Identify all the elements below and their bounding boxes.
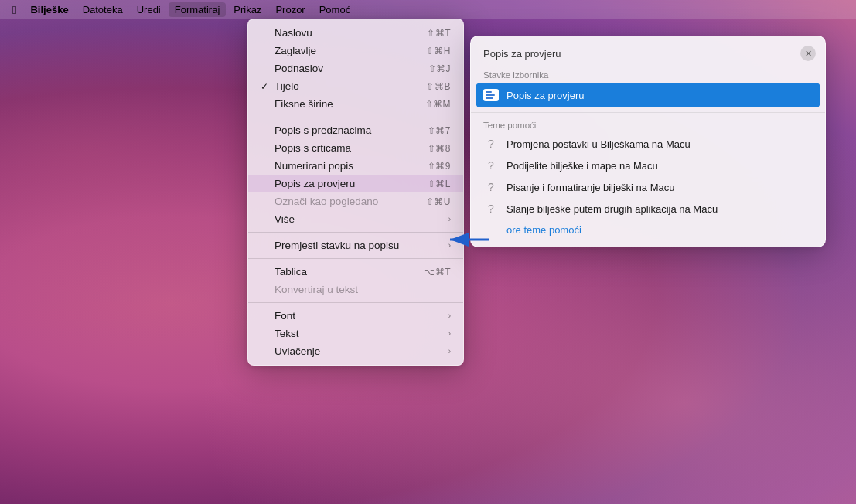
menu-item-numerirani[interactable]: Numerirani popis ⇧⌘9 — [248, 157, 463, 175]
help-search-title: Popis za provjeru — [483, 48, 561, 60]
menu-item-zaglavlje[interactable]: Zaglavlje ⇧⌘H — [248, 42, 463, 60]
menu-item-pogledano: Označi kao pogledano ⇧⌘U — [248, 192, 463, 210]
checkmark-zaglavlje — [261, 46, 271, 56]
menu-item-provjera[interactable]: Popis za provjeru ⇧⌘L — [248, 175, 463, 192]
help-panel-header: Popis za provjeru ✕ — [471, 46, 825, 67]
menubar-pomoc[interactable]: Pomoć — [313, 2, 356, 17]
menu-item-tijelo[interactable]: ✓ Tijelo ⇧⌘B — [248, 77, 463, 95]
menubar-prikaz[interactable]: Prikaz — [227, 2, 268, 17]
menu-item-podnaslov[interactable]: Podnaslov ⇧⌘J — [248, 60, 463, 77]
help-topic-1[interactable]: ? Promjena postavki u Bilješkama na Macu — [471, 133, 825, 155]
chevron-font: › — [448, 312, 451, 320]
menu-item-font[interactable]: Font › — [248, 307, 463, 325]
help-topic-3[interactable]: ? Pisanje i formatiranje bilješki na Mac… — [471, 176, 825, 198]
help-topic-more[interactable]: ore teme pomoći — [471, 220, 825, 240]
menubar-prozor[interactable]: Prozor — [269, 2, 311, 17]
menubar:  Bilješke Datoteka Uredi Formatiraj Pri… — [0, 0, 856, 19]
help-topic-icon-2: ? — [483, 159, 499, 172]
help-topics-separator — [471, 112, 825, 113]
checkmark-font — [261, 311, 271, 322]
menu-item-fiksne[interactable]: Fiksne širine ⇧⌘M — [248, 95, 463, 113]
checkmark-vise — [261, 214, 271, 225]
separator-3 — [248, 258, 463, 259]
apple-menu[interactable]:  — [6, 2, 22, 18]
help-panel: Popis za provjeru ✕ Stavke izbornika Pop… — [470, 36, 826, 247]
arrow-indicator — [446, 228, 493, 254]
checkmark-tekst — [261, 329, 271, 339]
checkmark-tijelo: ✓ — [261, 81, 271, 92]
help-topic-4-label: Slanje bilješke putem drugih aplikacija … — [506, 203, 718, 215]
menu-item-tablica[interactable]: Tablica ⌥⌘T — [248, 263, 463, 281]
separator-2 — [248, 232, 463, 233]
help-topic-1-label: Promjena postavki u Bilješkama na Macu — [506, 138, 691, 150]
help-topic-more-label: ore teme pomoći — [506, 224, 581, 236]
help-topic-icon-1: ? — [483, 138, 499, 150]
help-topic-icon-3: ? — [483, 181, 499, 193]
chevron-vise: › — [448, 215, 451, 223]
help-result-checklist[interactable]: Popis za provjeru — [476, 83, 820, 107]
checkmark-premjesti — [261, 240, 271, 251]
menu-item-crtice[interactable]: Popis s crticama ⇧⌘8 — [248, 139, 463, 157]
checkmark-uvlacenje — [261, 346, 271, 357]
separator-4 — [248, 302, 463, 303]
chevron-tekst: › — [448, 329, 451, 338]
menubar-biljeske[interactable]: Bilješke — [24, 2, 74, 17]
checkmark-provjera — [261, 179, 271, 189]
menu-item-premjesti[interactable]: Premjesti stavku na popisu › — [248, 237, 463, 254]
help-close-button[interactable]: ✕ — [800, 46, 816, 61]
help-topic-2[interactable]: ? Podijelite bilješke i mape na Macu — [471, 155, 825, 176]
help-topic-4[interactable]: ? Slanje bilješke putem drugih aplikacij… — [471, 198, 825, 220]
checkmark-tablica — [261, 267, 271, 278]
checkmark-predznaci — [261, 125, 271, 136]
checkmark-podnaslov — [261, 63, 271, 74]
help-topic-2-label: Podijelite bilješke i mape na Macu — [506, 160, 658, 172]
menu-item-konvertiraj: Konvertiraj u tekst — [248, 281, 463, 298]
checkmark-fiksne — [261, 99, 271, 110]
menu-item-naslovu[interactable]: Naslovu ⇧⌘T — [248, 24, 463, 42]
menu-item-tekst[interactable]: Tekst › — [248, 325, 463, 342]
help-topic-icon-4: ? — [483, 203, 499, 215]
checkmark-crtice — [261, 143, 271, 154]
checkmark-numerirani — [261, 161, 271, 172]
menubar-formatiraj[interactable]: Formatiraj — [169, 2, 227, 17]
menubar-uredi[interactable]: Uredi — [131, 2, 167, 17]
help-section-topics-label: Teme pomoći — [471, 117, 825, 133]
separator-1 — [248, 117, 463, 117]
menubar-datoteka[interactable]: Datoteka — [77, 2, 129, 17]
menu-item-predznaci[interactable]: Popis s predznacima ⇧⌘7 — [248, 121, 463, 139]
format-dropdown-menu: Naslovu ⇧⌘T Zaglavlje ⇧⌘H Podnaslov ⇧⌘J … — [247, 19, 464, 366]
menu-item-uvlacenje[interactable]: Uvlačenje › — [248, 342, 463, 360]
help-section-menu-items: Stavke izbornika — [471, 67, 825, 83]
help-topic-3-label: Pisanje i formatiranje bilješki na Macu — [506, 182, 674, 193]
checkmark-pogledano — [261, 196, 271, 207]
checkmark-naslovu — [261, 28, 271, 39]
checkmark-konvertiraj — [261, 284, 271, 295]
help-result-checklist-label: Popis za provjeru — [506, 90, 584, 101]
chevron-uvlacenje: › — [448, 347, 451, 356]
menu-item-vise[interactable]: Više › — [248, 210, 463, 228]
checklist-result-icon — [483, 87, 499, 103]
